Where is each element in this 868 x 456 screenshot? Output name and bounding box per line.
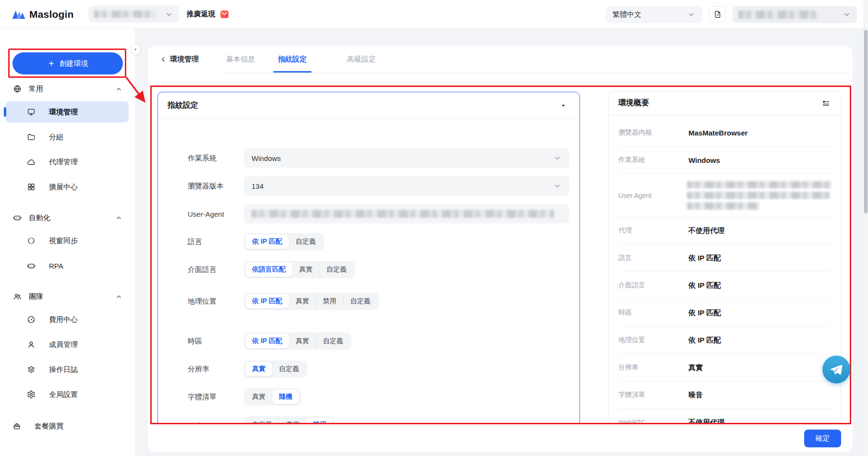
redacted-line <box>687 192 830 199</box>
robot-icon <box>13 213 22 222</box>
tab-advanced-settings[interactable]: 高級設定 <box>346 46 377 73</box>
plus-icon <box>48 60 55 67</box>
chevron-down-icon <box>165 10 173 19</box>
field-label-user-agent: User-Agent <box>188 210 244 218</box>
user-menu[interactable] <box>733 6 857 23</box>
sidebar-group-0[interactable]: 常用 <box>0 80 135 98</box>
sidebar-item-global-settings[interactable]: 全局設置 <box>6 384 129 405</box>
browser-version-select[interactable]: 134 <box>244 176 569 196</box>
ui-language-option-0[interactable]: 依語言匹配 <box>245 262 292 277</box>
grid-icon <box>27 183 36 191</box>
summary-label: 作業系統 <box>618 156 688 164</box>
sidebar-group-label: 常用 <box>29 85 115 94</box>
chevron-up-icon[interactable] <box>115 214 122 222</box>
user-agent-input[interactable] <box>244 204 569 223</box>
ui-language-segmented: 依語言匹配真實自定義 <box>244 261 355 278</box>
sidebar-group-label: 自動化 <box>29 213 115 222</box>
package-icon <box>12 422 21 431</box>
sidebar-item-env-management[interactable]: 環境管理 <box>6 101 129 123</box>
resolution-option-1[interactable]: 自定義 <box>272 362 306 376</box>
resolution-option-0[interactable]: 真實 <box>245 362 272 376</box>
sidebar-item-label: RPA <box>49 262 63 270</box>
form-row-os: 作業系統Windows <box>188 148 579 168</box>
summary-label: 字體清單 <box>618 391 688 399</box>
back-label: 環境管理 <box>170 55 199 64</box>
back-to-env-management[interactable]: 環境管理 <box>160 55 199 64</box>
sidebar-item-groups[interactable]: 分組 <box>6 126 129 148</box>
sidebar-item-proxy-management[interactable]: 代理管理 <box>6 151 129 173</box>
tab-fingerprint-settings[interactable]: 指紋設定 <box>277 46 308 73</box>
geolocation-option-3[interactable]: 自定義 <box>343 294 377 308</box>
tab-bar: 環境管理 基本信息指紋設定高級設定 <box>148 46 853 73</box>
red-envelope-icon <box>219 9 229 19</box>
webrtc-option-1[interactable]: 真實 <box>279 418 306 424</box>
sync-icon <box>27 236 36 245</box>
confirm-button[interactable]: 確定 <box>804 430 841 447</box>
telegram-float-button[interactable] <box>822 356 850 383</box>
promo-label: 推廣返現 <box>187 10 216 19</box>
summary-value: 不使用代理 <box>688 418 724 424</box>
sidebar-item-label: 視窗同步 <box>49 236 78 246</box>
language-option-0[interactable]: 依 IP 匹配 <box>245 234 289 249</box>
geolocation-option-2[interactable]: 禁用 <box>316 294 343 308</box>
summary-label: 語言 <box>618 254 688 262</box>
timezone-segmented: 依 IP 匹配真實自定義 <box>244 333 351 350</box>
language-option-1[interactable]: 自定義 <box>289 234 323 249</box>
viewport-scrollbar-thumb[interactable] <box>864 30 868 213</box>
sidebar: 創建環境 常用環境管理分組代理管理擴展中心自動化視窗同步RPA團隊費用中心成員管… <box>0 29 136 456</box>
caret-down-icon[interactable] <box>560 102 567 109</box>
sidebar-item-extension-center[interactable]: 擴展中心 <box>6 176 129 197</box>
sidebar-item-label: 擴展中心 <box>49 183 78 192</box>
app-root: Maslogin 推廣返現 繁體中文 <box>0 0 868 456</box>
geolocation-segmented: 依 IP 匹配真實禁用自定義 <box>244 293 379 310</box>
summary-label: 介面語言 <box>618 281 688 290</box>
timezone-option-2[interactable]: 自定義 <box>316 334 350 348</box>
promo-link[interactable]: 推廣返現 <box>187 9 229 19</box>
sidebar-item-operation-log[interactable]: 操作日誌 <box>6 359 129 380</box>
fingerprint-form: 作業系統Windows瀏覽器版本134User-Agent語言依 IP 匹配自定… <box>158 119 579 424</box>
list-settings-icon[interactable] <box>822 99 830 107</box>
field-label-language: 語言 <box>188 237 244 246</box>
language-selector[interactable]: 繁體中文 <box>606 6 702 23</box>
summary-row: 語言依 IP 匹配 <box>618 245 831 272</box>
chevron-down-icon <box>843 10 851 19</box>
geolocation-option-0[interactable]: 依 IP 匹配 <box>245 294 289 308</box>
webrtc-option-0[interactable]: 自定義 <box>245 418 279 424</box>
sidebar-item-member-management[interactable]: 成員管理 <box>6 334 129 355</box>
webrtc-option-2[interactable]: 禁用 <box>306 418 333 424</box>
sidebar-collapse-button[interactable] <box>130 44 141 55</box>
ui-language-option-2[interactable]: 自定義 <box>319 262 353 277</box>
summary-value: 噪音 <box>688 391 703 400</box>
summary-row: 分辨率真實 <box>618 354 831 382</box>
docs-button[interactable] <box>709 6 726 23</box>
monitor-icon <box>27 108 36 116</box>
summary-label: 瀏覽器內核 <box>618 128 688 137</box>
fingerprint-panel-header[interactable]: 指紋設定 <box>158 92 579 119</box>
redacted-user-name <box>738 11 818 19</box>
os-select[interactable]: Windows <box>244 148 569 168</box>
create-environment-label: 創建環境 <box>60 59 88 68</box>
sidebar-item-billing-center[interactable]: 費用中心 <box>6 309 129 330</box>
redacted-user-agent-summary <box>687 175 831 215</box>
timezone-option-0[interactable]: 依 IP 匹配 <box>245 334 289 348</box>
tabs: 基本信息指紋設定高級設定 <box>225 46 853 73</box>
sidebar-item-plan-purchase[interactable]: 套餐購買 <box>0 418 135 435</box>
sidebar-group-1[interactable]: 自動化 <box>0 209 135 226</box>
geolocation-option-1[interactable]: 真實 <box>289 294 316 308</box>
chevron-up-icon[interactable] <box>115 86 122 93</box>
tab-basic-info[interactable]: 基本信息 <box>225 46 256 73</box>
sidebar-item-rpa[interactable]: RPA <box>6 255 129 276</box>
team-selector[interactable] <box>88 6 179 23</box>
sidebar-group-2[interactable]: 團隊 <box>0 288 135 305</box>
sidebar-item-window-sync[interactable]: 視窗同步 <box>6 230 129 251</box>
sidebar-item-label: 全局設置 <box>49 390 78 399</box>
font-list-option-0[interactable]: 真實 <box>245 390 272 404</box>
chevron-up-icon[interactable] <box>115 293 122 300</box>
ui-language-option-1[interactable]: 真實 <box>292 262 319 277</box>
create-environment-button[interactable]: 創建環境 <box>12 52 123 74</box>
summary-panel-header: 環境概要 <box>609 91 841 115</box>
timezone-option-1[interactable]: 真實 <box>289 334 316 348</box>
select-value: 134 <box>252 182 553 190</box>
font-list-option-1[interactable]: 隨機 <box>272 390 299 404</box>
select-value: Windows <box>252 154 553 162</box>
